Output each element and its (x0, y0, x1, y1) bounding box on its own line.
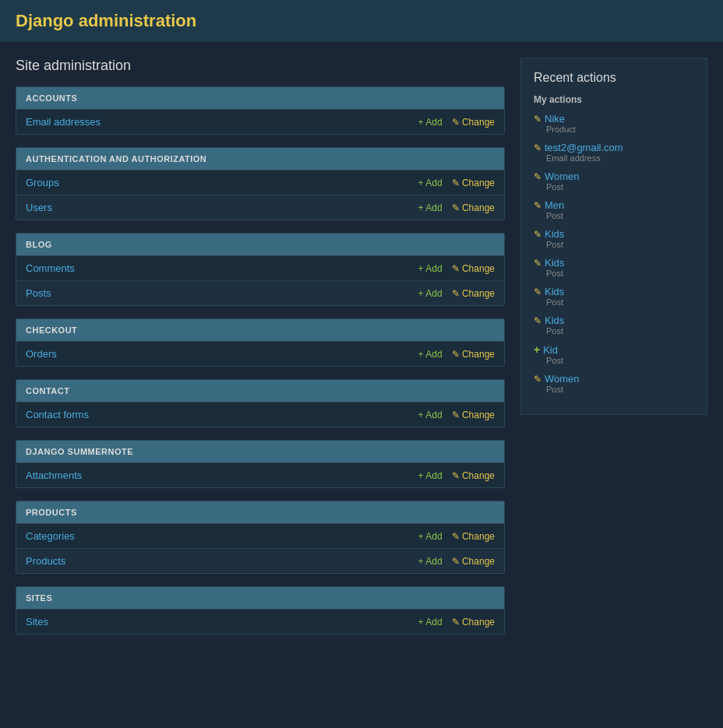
row-label[interactable]: Orders (26, 348, 418, 360)
add-button[interactable]: Add (418, 410, 443, 420)
add-button[interactable]: Add (418, 556, 443, 567)
row-label[interactable]: Email addresses (26, 116, 418, 128)
main-content: Site administration ACCOUNTSEmail addres… (16, 58, 505, 647)
change-button[interactable]: Change (452, 556, 495, 567)
action-name: Women (545, 373, 580, 385)
module-sites: SITESSitesAddChange (16, 586, 505, 635)
action-name: Kids (545, 286, 564, 297)
action-name: Kids (545, 228, 564, 240)
add-button[interactable]: Add (418, 531, 443, 542)
row-actions: AddChange (418, 531, 495, 542)
module-row: CommentsAddChange (16, 255, 504, 280)
module-header-checkout: CHECKOUT (16, 319, 504, 341)
edit-icon: ✎ (534, 374, 541, 385)
action-name: Nike (545, 113, 565, 125)
add-button[interactable]: Add (418, 617, 443, 628)
row-label[interactable]: Products (26, 555, 418, 567)
page-title: Site administration (16, 58, 505, 74)
row-label[interactable]: Contact forms (26, 409, 418, 420)
action-name: Kids (545, 257, 564, 269)
row-label[interactable]: Sites (26, 616, 418, 628)
module-row: OrdersAddChange (16, 341, 504, 366)
action-link[interactable]: ✎test2@gmail.com (534, 142, 694, 153)
add-button[interactable]: Add (418, 288, 443, 299)
add-button[interactable]: Add (418, 117, 443, 128)
action-name: Women (545, 171, 580, 182)
change-button[interactable]: Change (452, 202, 495, 213)
module-header-accounts: ACCOUNTS (16, 87, 504, 109)
action-item: ✎WomenPost (534, 171, 694, 192)
row-label[interactable]: Comments (26, 262, 418, 274)
row-label[interactable]: Groups (26, 177, 418, 188)
change-button[interactable]: Change (452, 410, 495, 420)
row-actions: AddChange (418, 617, 495, 628)
action-type: Email address (546, 153, 694, 163)
change-button[interactable]: Change (452, 117, 495, 128)
my-actions-label: My actions (534, 94, 694, 105)
action-name: Men (545, 199, 564, 211)
change-button[interactable]: Change (452, 178, 495, 188)
action-name: Kids (545, 315, 564, 326)
action-link[interactable]: ✎Nike (534, 113, 694, 125)
action-type: Post (546, 211, 694, 220)
row-actions: AddChange (418, 470, 495, 481)
action-type: Post (546, 326, 694, 336)
add-button[interactable]: Add (418, 202, 443, 213)
change-button[interactable]: Change (452, 349, 495, 360)
row-label[interactable]: Attachments (26, 470, 418, 481)
action-link[interactable]: ✎Kids (534, 228, 694, 240)
row-actions: AddChange (418, 556, 495, 567)
action-item: ✎WomenPost (534, 373, 694, 394)
add-button[interactable]: Add (418, 178, 443, 188)
action-type: Post (546, 385, 694, 394)
module-row: UsersAddChange (16, 195, 504, 220)
row-actions: AddChange (418, 263, 495, 274)
action-link[interactable]: ✎Women (534, 171, 694, 182)
recent-actions-title: Recent actions (534, 71, 694, 85)
action-link[interactable]: ✎Men (534, 199, 694, 211)
add-button[interactable]: Add (418, 470, 443, 481)
action-item: ✎KidsPost (534, 228, 694, 249)
edit-icon: ✎ (534, 315, 541, 326)
change-button[interactable]: Change (452, 617, 495, 628)
module-header-auth: AUTHENTICATION AND AUTHORIZATION (16, 148, 504, 170)
action-link[interactable]: ✎Kids (534, 315, 694, 326)
change-button[interactable]: Change (452, 470, 495, 481)
action-name: test2@gmail.com (545, 142, 623, 153)
change-button[interactable]: Change (452, 288, 495, 299)
action-item: ✎test2@gmail.comEmail address (534, 142, 694, 163)
module-header-contact: CONTACT (16, 380, 504, 402)
module-summernote: DJANGO SUMMERNOTEAttachmentsAddChange (16, 440, 505, 488)
action-name: Kid (543, 344, 558, 356)
action-type: Post (546, 182, 694, 192)
action-link[interactable]: ✎Kids (534, 286, 694, 297)
row-actions: AddChange (418, 349, 495, 360)
row-actions: AddChange (418, 410, 495, 420)
module-row: ProductsAddChange (16, 548, 504, 573)
action-link[interactable]: ✎Women (534, 373, 694, 385)
row-label[interactable]: Users (26, 202, 418, 213)
action-item: ✎KidsPost (534, 257, 694, 278)
action-item: ✎NikeProduct (534, 113, 694, 134)
row-actions: AddChange (418, 117, 495, 128)
add-button[interactable]: Add (418, 263, 443, 274)
action-link[interactable]: +Kid (534, 343, 694, 356)
actions-list: ✎NikeProduct✎test2@gmail.comEmail addres… (534, 113, 694, 394)
row-actions: AddChange (418, 288, 495, 299)
edit-icon: ✎ (534, 229, 541, 240)
modules-container: ACCOUNTSEmail addressesAddChangeAUTHENTI… (16, 86, 505, 635)
change-button[interactable]: Change (452, 531, 495, 542)
edit-icon: ✎ (534, 258, 541, 269)
row-label[interactable]: Categories (26, 530, 418, 542)
action-link[interactable]: ✎Kids (534, 257, 694, 269)
module-header-products: PRODUCTS (16, 501, 504, 523)
add-button[interactable]: Add (418, 349, 443, 360)
row-actions: AddChange (418, 202, 495, 213)
row-actions: AddChange (418, 178, 495, 188)
action-item: ✎KidsPost (534, 315, 694, 336)
header: Django administration (0, 0, 723, 42)
module-row: Email addressesAddChange (16, 109, 504, 134)
row-label[interactable]: Posts (26, 287, 418, 299)
change-button[interactable]: Change (452, 263, 495, 274)
module-products: PRODUCTSCategoriesAddChangeProductsAddCh… (16, 501, 505, 574)
